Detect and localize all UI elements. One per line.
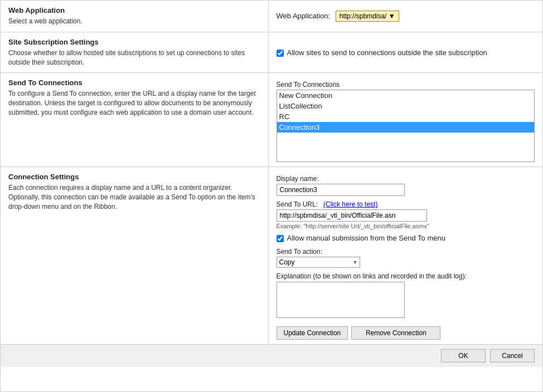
connections-listbox[interactable]: New Connection ListCollection RC Connect… [277,90,535,162]
webapp-title: Web Application [8,6,260,14]
subscription-title: Site Subscription Settings [8,38,260,46]
allow-manual-checkbox[interactable] [277,235,284,242]
url-input[interactable] [277,209,427,222]
allow-outside-checkbox[interactable] [277,50,284,57]
action-select[interactable]: Copy Move Move and Leave a Link Copy and… [277,257,360,268]
sendto-desc: To configure a Send To connection, enter… [8,89,260,117]
bottom-bar: OK Cancel [1,344,542,367]
conn-settings-title: Connection Settings [8,173,260,181]
cancel-button[interactable]: Cancel [490,349,535,362]
explanation-label: Explanation (to be shown on links and re… [277,272,535,280]
url-example: Example: "http://server/site Url/_vti_bi… [277,223,535,229]
explanation-textarea[interactable] [277,282,405,318]
list-item[interactable]: RC [277,111,535,122]
webapp-desc: Select a web application. [8,17,260,26]
display-name-input[interactable] [277,184,405,196]
allow-outside-label: Allow sites to send to connections outsi… [287,48,487,57]
conn-settings-desc: Each connection requires a display name … [8,183,260,211]
list-item[interactable]: ListCollection [277,101,535,111]
allow-manual-label: Allow manual submission from the Send To… [287,234,445,242]
remove-connection-button[interactable]: Remove Connection [351,326,440,340]
list-item[interactable]: New Connection [277,90,535,101]
connections-list-label: Send To Connections [277,81,535,89]
list-item-selected[interactable]: Connection3 [277,122,535,133]
click-here-test-link[interactable]: (Click here to test) [323,200,377,208]
display-name-label: Display name: [277,175,535,183]
ok-button[interactable]: OK [441,349,486,362]
subscription-desc: Choose whether to allow hosted site subs… [8,48,260,67]
send-to-action-label: Send To action: [277,248,535,256]
webapp-right-label: Web Application: [277,12,331,20]
webapp-dropdown[interactable]: http://spbmdisa/ ▼ [336,11,399,22]
sendto-title: Send To Connections [8,79,260,87]
send-to-url-label: Send To URL: (Click here to test) [277,200,535,208]
update-connection-button[interactable]: Update Connection [277,326,348,340]
